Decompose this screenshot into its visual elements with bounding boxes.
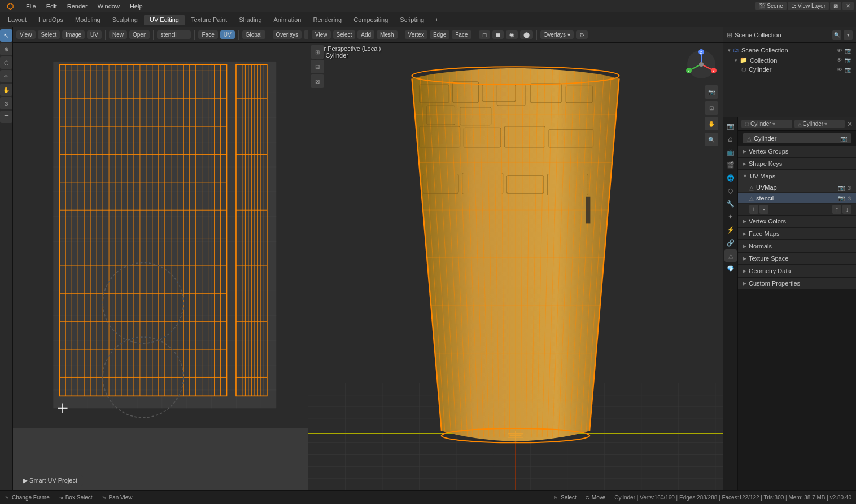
uv-tool-cursor[interactable]: ⊕ xyxy=(0,43,12,55)
vp-mode-edge[interactable]: Edge xyxy=(430,30,449,39)
menu-file[interactable]: File xyxy=(21,2,41,11)
props-icon-material[interactable]: 💎 xyxy=(724,262,737,275)
zoom-btn[interactable]: 🔍 xyxy=(705,133,718,146)
menu-window[interactable]: Window xyxy=(93,2,124,11)
uv-menu-view[interactable]: View xyxy=(16,30,36,39)
vp-mini-btn3[interactable]: ⊠ xyxy=(311,74,324,88)
uvmap-item-1[interactable]: △ stencil 📷 ⊙ xyxy=(738,193,856,204)
uv-menu-uv[interactable]: UV xyxy=(87,30,102,39)
uvmap-item-0[interactable]: △ UVMap 📷 ⊙ xyxy=(738,182,856,193)
tab-rendering[interactable]: Rendering xyxy=(307,15,347,25)
window-options[interactable]: ⊠ xyxy=(830,2,841,10)
uvmap-camera-0[interactable]: 📷 xyxy=(838,185,845,191)
vp-shading-material[interactable]: ◉ xyxy=(506,30,518,39)
outliner-filter[interactable]: ▾ xyxy=(844,30,853,40)
persp-ortho-btn[interactable]: ⊡ xyxy=(705,101,718,115)
view-layer-dropdown[interactable]: 🗂 View Layer xyxy=(788,2,829,10)
shape-keys-header[interactable]: ▶ Shape Keys xyxy=(738,158,856,170)
scene-dropdown[interactable]: 🎬 Scene xyxy=(755,2,786,10)
vp-mini-btn1[interactable]: ⊞ xyxy=(311,45,324,59)
vertex-colors-header[interactable]: ▶ Vertex Colors xyxy=(738,216,856,227)
vp-menu-add[interactable]: Add xyxy=(357,30,374,39)
vp-menu-mesh[interactable]: Mesh xyxy=(377,30,397,39)
scene-coll-eye[interactable]: 👁 xyxy=(837,47,842,54)
tab-uv-editing[interactable]: UV Editing xyxy=(144,15,185,25)
uv-tool-relax[interactable]: ☰ xyxy=(0,111,12,123)
object-selector[interactable]: ⬡ Cylinder ▾ xyxy=(741,120,792,128)
vp-mini-btn2[interactable]: ⊟ xyxy=(311,60,324,73)
uv-map-move-down[interactable]: ↓ xyxy=(842,205,851,214)
vp-menu-view[interactable]: View xyxy=(312,30,331,39)
tab-compositing[interactable]: Compositing xyxy=(348,15,394,25)
camera-view-btn[interactable]: 📷 xyxy=(705,85,718,99)
coll-eye[interactable]: 👁 xyxy=(837,57,842,63)
menu-edit[interactable]: Edit xyxy=(42,2,62,11)
uv-menu-select[interactable]: Select xyxy=(38,30,60,39)
coll-cam[interactable]: 📷 xyxy=(845,57,851,63)
menu-render[interactable]: Render xyxy=(63,2,92,11)
face-uv-toggle[interactable]: Face xyxy=(198,30,217,39)
mesh-name-field[interactable]: △ Cylinder 📷 xyxy=(743,133,851,143)
vp-shading-rendered[interactable]: ⬤ xyxy=(520,30,533,39)
new-image-button[interactable]: New xyxy=(109,30,127,39)
props-icon-modifier[interactable]: 🔧 xyxy=(724,198,737,210)
scene-coll-cam[interactable]: 📷 xyxy=(845,47,851,54)
tab-scripting[interactable]: Scripting xyxy=(394,15,430,25)
vp-mode-face[interactable]: Face xyxy=(452,30,471,39)
scene-collection-row[interactable]: ▾ 🗂 Scene Collection 👁 📷 xyxy=(726,45,854,55)
pan-btn[interactable]: ✋ xyxy=(705,117,718,130)
uv-label[interactable]: UV xyxy=(220,30,235,39)
face-maps-header[interactable]: ▶ Face Maps xyxy=(738,228,856,240)
outliner-search[interactable]: 🔍 xyxy=(832,30,841,40)
viewport-3d[interactable]: View Select Add Mesh Vertex Edge Face ◻ … xyxy=(308,27,723,490)
props-icon-output[interactable]: 🖨 xyxy=(724,133,737,145)
props-icon-render[interactable]: 📷 xyxy=(724,120,737,132)
image-selector[interactable]: stencil xyxy=(157,30,191,39)
viewport-canvas[interactable]: User Perspective (Local) (20) Cylinder Z xyxy=(308,43,723,490)
overlays-button[interactable]: Overlays xyxy=(273,30,302,39)
tab-texture-paint[interactable]: Texture Paint xyxy=(185,15,233,25)
uv-maps-header[interactable]: ▼ UV Maps xyxy=(738,170,856,182)
smart-uv-button[interactable]: ▶ Smart UV Project xyxy=(18,475,83,486)
uvmap-options-1[interactable]: ⊙ xyxy=(847,195,851,201)
uv-tool-transform[interactable]: ⬡ xyxy=(0,56,12,69)
tab-shading[interactable]: Shading xyxy=(233,15,267,25)
vp-shading-wireframe[interactable]: ◻ xyxy=(479,30,490,39)
uv-map-add-btn[interactable]: + xyxy=(749,205,758,214)
uv-tool-grab[interactable]: ✋ xyxy=(0,84,12,96)
mesh-selector[interactable]: △ Cylinder ▾ xyxy=(794,120,845,128)
uv-tool-annotate[interactable]: ✏ xyxy=(0,70,12,82)
uv-tool-select[interactable]: ↖ xyxy=(0,29,12,42)
tab-modeling[interactable]: Modeling xyxy=(69,15,106,25)
menu-help[interactable]: Help xyxy=(125,2,147,11)
uvmap-options-0[interactable]: ⊙ xyxy=(847,185,851,191)
geometry-data-header[interactable]: ▶ Geometry Data xyxy=(738,265,856,277)
open-image-button[interactable]: Open xyxy=(129,30,150,39)
collection-row[interactable]: ▾ 📁 Collection 👁 📷 xyxy=(726,55,854,65)
custom-properties-header[interactable]: ▶ Custom Properties xyxy=(738,278,856,290)
props-icon-world[interactable]: 🌐 xyxy=(724,172,737,184)
vp-menu-select[interactable]: Select xyxy=(333,30,356,39)
props-icon-physics[interactable]: ⚡ xyxy=(724,223,737,236)
props-icon-scene[interactable]: 🎬 xyxy=(724,159,737,171)
cylinder-object-row[interactable]: ⬡ Cylinder 👁 📷 xyxy=(726,65,854,74)
uv-menu-image[interactable]: Image xyxy=(62,30,85,39)
add-workspace-tab[interactable]: + xyxy=(430,15,443,25)
tab-animation[interactable]: Animation xyxy=(268,15,307,25)
vp-overlays[interactable]: Overlays ▾ xyxy=(540,30,574,39)
uv-tool-pinch[interactable]: ⊙ xyxy=(0,97,12,109)
tab-hardops[interactable]: HardOps xyxy=(33,15,69,25)
close-button[interactable]: ✕ xyxy=(842,2,854,10)
cyl-cam[interactable]: 📷 xyxy=(845,67,851,73)
props-icon-data[interactable]: △ xyxy=(724,249,737,262)
vp-mode-vertex[interactable]: Vertex xyxy=(405,30,427,39)
nav-gizmo[interactable]: Z X Y xyxy=(684,47,718,81)
props-icon-particles[interactable]: ✦ xyxy=(724,211,737,223)
uv-map-move-up[interactable]: ↑ xyxy=(832,205,841,214)
props-options-btn[interactable]: ✕ xyxy=(847,120,853,128)
props-icon-view[interactable]: 📺 xyxy=(724,146,737,158)
uv-map-remove-btn[interactable]: - xyxy=(759,205,768,214)
cyl-eye[interactable]: 👁 xyxy=(837,67,842,73)
tab-sculpting[interactable]: Sculpting xyxy=(107,15,143,25)
tab-layout[interactable]: Layout xyxy=(2,15,32,25)
